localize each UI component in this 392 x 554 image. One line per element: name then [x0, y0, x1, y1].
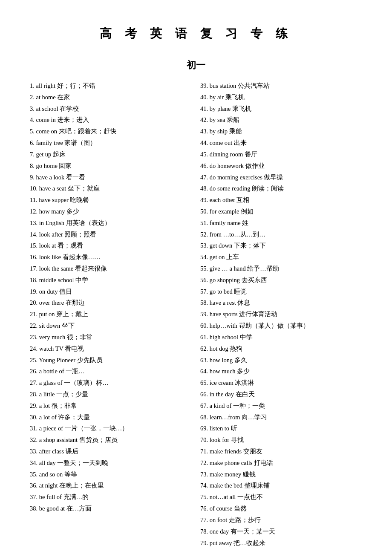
list-item: 49. each other 互相 — [200, 194, 362, 206]
list-item: 22. sit down 坐下 — [30, 320, 192, 332]
list-item: 66. in the day 在白天 — [200, 389, 362, 400]
list-item: 78. one day 有一天；某一天 — [200, 526, 362, 537]
page-title: 高 考 英 语 复 习 专 练 — [26, 26, 366, 42]
list-item: 61. high school 中学 — [200, 332, 362, 343]
list-item: 45. dinning room 餐厅 — [200, 149, 362, 160]
list-item: 75. not…at all 一点也不 — [200, 491, 362, 503]
list-item: 23. very much 很；非常 — [30, 332, 192, 343]
list-item: 73. make money 赚钱 — [200, 469, 362, 480]
section-title: 初一 — [26, 59, 366, 72]
list-item: 17. look the same 看起来很像 — [30, 263, 192, 274]
list-item: 65. ice cream 冰淇淋 — [200, 377, 362, 389]
list-item: 12. how many 多少 — [30, 206, 192, 217]
list-item: 30. a lot of 许多；大量 — [30, 412, 192, 423]
list-item: 67. a kind of 一种；一类 — [200, 400, 362, 412]
left-column: 1. all right 好；行；不错2. at home 在家3. at sc… — [26, 80, 196, 548]
list-item: 8. go home 回家 — [30, 160, 192, 172]
list-item: 16. look like 看起来像…… — [30, 251, 192, 263]
list-item: 39. bus station 公共汽车站 — [200, 80, 362, 92]
list-item: 14. look after 照顾；照看 — [30, 229, 192, 240]
list-item: 6. family tree 家谱（图） — [30, 137, 192, 149]
list-item: 4. come in 进来；进入 — [30, 114, 192, 126]
list-item: 68. learn…from 向…学习 — [200, 412, 362, 423]
list-item: 74. make the bed 整理床铺 — [200, 480, 362, 491]
list-item: 52. from …to…从…到… — [200, 229, 362, 240]
list-item: 43. by ship 乘船 — [200, 126, 362, 137]
list-item: 58. have a rest 休息 — [200, 297, 362, 309]
list-item: 28. a little 一点；少量 — [30, 389, 192, 400]
list-item: 32. a shop assistant 售货员；店员 — [30, 434, 192, 446]
list-item: 41. by plane 乘飞机 — [200, 103, 362, 115]
list-item: 76. of course 当然 — [200, 503, 362, 514]
list-item: 51. family name 姓 — [200, 217, 362, 229]
list-item: 9. have a look 看一看 — [30, 172, 192, 183]
list-item: 47. do morning exercises 做早操 — [200, 172, 362, 183]
list-item: 24. watch TV 看电视 — [30, 343, 192, 355]
list-item: 21. put on 穿上；戴上 — [30, 309, 192, 320]
list-item: 54. get on 上车 — [200, 251, 362, 263]
list-item: 57. go to bed 睡觉 — [200, 286, 362, 297]
list-item: 3. at school 在学校 — [30, 103, 192, 115]
list-item: 38. be good at 在…方面 — [30, 503, 192, 514]
list-item: 15. look at 看；观看 — [30, 240, 192, 251]
list-item: 60. help…with 帮助（某人）做（某事） — [200, 320, 362, 332]
list-item: 64. how much 多少 — [200, 366, 362, 377]
list-item: 69. listen to 听 — [200, 423, 362, 434]
list-item: 19. on duty 值日 — [30, 286, 192, 297]
right-column: 39. bus station 公共汽车站40. by air 乘飞机41. b… — [196, 80, 366, 548]
list-item: 10. have a seat 坐下；就座 — [30, 183, 192, 194]
list-item: 70. look for 寻找 — [200, 434, 362, 446]
list-item: 5. come on 来吧；跟着来；赶快 — [30, 126, 192, 137]
list-item: 62. hot dog 热狗 — [200, 343, 362, 355]
list-item: 18. middle school 中学 — [30, 274, 192, 286]
list-item: 40. by air 乘飞机 — [200, 92, 362, 103]
list-item: 48. do some reading 朗读；阅读 — [200, 183, 362, 194]
list-item: 53. get down 下来；落下 — [200, 240, 362, 251]
list-item: 63. how long 多久 — [200, 355, 362, 366]
list-item: 59. have sports 进行体育活动 — [200, 309, 362, 320]
list-item: 37. be full of 充满…的 — [30, 491, 192, 503]
list-item: 33. after class 课后 — [30, 446, 192, 457]
list-item: 29. a lot 很；非常 — [30, 400, 192, 412]
list-item: 55. give … a hand 给予…帮助 — [200, 263, 362, 274]
list-item: 35. and so on 等等 — [30, 469, 192, 480]
list-item: 56. go shopping 去买东西 — [200, 274, 362, 286]
list-item: 31. a piece of 一片（一张，一块…） — [30, 423, 192, 434]
list-item: 42. by sea 乘船 — [200, 114, 362, 126]
list-item: 79. put away 把…收起来 — [200, 537, 362, 549]
list-item: 26. a bottle of 一瓶… — [30, 366, 192, 377]
list-item: 50. for example 例如 — [200, 206, 362, 217]
list-item: 72. make phone calls 打电话 — [200, 457, 362, 469]
list-item: 20. over there 在那边 — [30, 297, 192, 309]
list-item: 34. all day 一整天；一天到晚 — [30, 457, 192, 469]
list-item: 13. in English 用英语（表达） — [30, 217, 192, 229]
list-item: 46. do homework 做作业 — [200, 160, 362, 172]
list-item: 77. on foot 走路；步行 — [200, 514, 362, 526]
list-item: 44. come out 出来 — [200, 137, 362, 149]
list-item: 36. at night 在晚上；在夜里 — [30, 480, 192, 491]
list-item: 1. all right 好；行；不错 — [30, 80, 192, 92]
list-item: 2. at home 在家 — [30, 92, 192, 103]
list-item: 27. a glass of 一（玻璃）杯… — [30, 377, 192, 389]
list-item: 11. have supper 吃晚餐 — [30, 194, 192, 206]
list-item: 25. Young Pioneer 少先队员 — [30, 355, 192, 366]
list-item: 71. make friends 交朋友 — [200, 446, 362, 457]
list-item: 7. get up 起床 — [30, 149, 192, 160]
